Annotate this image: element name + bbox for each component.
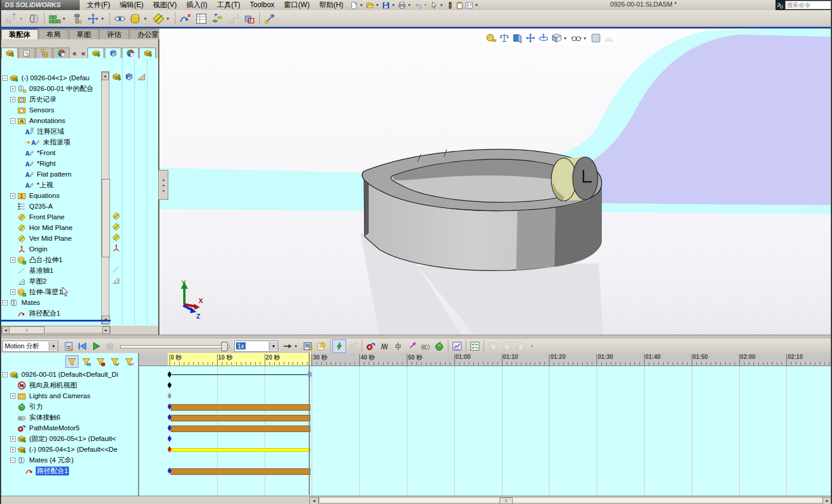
chevron-down-icon[interactable]: ▼ xyxy=(49,342,58,351)
bill-of-materials-button[interactable] xyxy=(193,11,209,26)
quick-print-button[interactable]: ▼ xyxy=(397,1,413,10)
damper-button[interactable] xyxy=(391,339,405,353)
tab-草图[interactable]: 草图 xyxy=(69,29,99,40)
dropdown-arrow-icon[interactable]: ▼ xyxy=(293,344,299,348)
quick-undo-button[interactable]: ▼ xyxy=(413,1,429,10)
menu-item-视图V[interactable]: 视图(V) xyxy=(148,0,181,10)
view-orientation-cube-button[interactable]: ▼ xyxy=(550,32,570,45)
tab-评估[interactable]: 评估 xyxy=(99,29,129,40)
linear-component-pattern-button[interactable]: ▼ xyxy=(46,11,69,26)
panel-tab-configurationmanager[interactable] xyxy=(36,48,52,59)
filter-selected-button[interactable] xyxy=(108,355,121,368)
tree-vertical-scrollbar[interactable]: ▲▼ xyxy=(101,71,109,325)
feature-tree-item[interactable]: +0926-00-01 中的配合 xyxy=(1,83,95,94)
feature-tree-item[interactable]: Ver Mid Plane xyxy=(1,233,73,244)
scroll-up-button[interactable]: ▲ xyxy=(102,72,109,80)
instant3d-button[interactable] xyxy=(262,11,278,26)
calculate-button[interactable] xyxy=(62,339,76,353)
expand-toggle[interactable]: + xyxy=(10,97,15,102)
feature-tree-item[interactable]: Hor Mid Plane xyxy=(1,222,74,233)
slider-thumb[interactable] xyxy=(221,342,228,351)
timeline-key-gray[interactable] xyxy=(168,393,172,399)
panel-tab-featuremanager-tree[interactable] xyxy=(1,48,18,59)
dropdown-arrow-icon[interactable]: ▼ xyxy=(99,17,106,21)
menu-item-工具T[interactable]: 工具(T) xyxy=(212,0,245,10)
dropdown-arrow-icon[interactable]: ▼ xyxy=(422,3,429,7)
timeline-ruler[interactable]: 0 秒10 秒20 秒30 秒40 秒50 秒01:0001:1001:2001… xyxy=(139,353,832,366)
flyout-tab-ball[interactable] xyxy=(122,48,139,59)
dropdown-arrow-icon[interactable]: ▼ xyxy=(142,17,149,21)
menu-item-文件F[interactable]: 文件(F) xyxy=(82,0,115,10)
appearances-ball-button[interactable] xyxy=(589,32,602,45)
dropdown-arrow-icon[interactable]: ▼ xyxy=(390,3,397,7)
expand-toggle[interactable]: + xyxy=(10,436,15,442)
quick-select-cursor-button[interactable]: ▼ xyxy=(429,1,445,10)
quick-new-document-button[interactable]: ▼ xyxy=(349,1,365,10)
timeline-duration-bar[interactable] xyxy=(171,415,310,421)
menu-item-Toolbox[interactable]: Toolbox xyxy=(245,0,279,10)
scroll-thumb[interactable] xyxy=(102,179,110,257)
feature-tree-item[interactable]: Front Plane xyxy=(1,212,65,222)
stop-button[interactable] xyxy=(103,339,117,353)
motion-tree-item[interactable]: −0926-00-01 (Default<Default_Di xyxy=(1,369,120,380)
motion-tree-item[interactable]: 引力 xyxy=(1,401,44,412)
spring-button[interactable] xyxy=(378,339,391,353)
feature-tree-item[interactable]: −AAnnotations xyxy=(1,115,67,126)
feature-tree-item[interactable]: +历史记录 xyxy=(1,94,58,105)
dropdown-arrow-button[interactable]: ▼ xyxy=(527,339,537,353)
expand-toggle[interactable]: − xyxy=(10,458,15,463)
motion-tree-item[interactable]: +(固定) 0926-05<1> (Default< xyxy=(1,433,117,444)
expand-toggle[interactable]: − xyxy=(2,75,8,81)
show-hidden-components-button[interactable] xyxy=(112,11,128,26)
dropdown-arrow-icon[interactable]: ▼ xyxy=(406,3,413,7)
mass-properties-button[interactable] xyxy=(498,32,511,45)
move-component-button[interactable]: ▼ xyxy=(85,11,108,26)
menu-item-帮助H[interactable]: 帮助(H) xyxy=(315,0,349,10)
expand-toggle[interactable]: − xyxy=(2,372,8,377)
panel-collapse-button[interactable]: « xyxy=(70,49,79,58)
feature-tree-item[interactable]: A*Right xyxy=(1,158,56,169)
quick-open-folder-button[interactable]: ▼ xyxy=(365,1,381,10)
motion-tree-item[interactable]: +Lights and Cameras xyxy=(1,390,92,401)
expand-toggle[interactable]: + xyxy=(10,289,15,295)
autokey-button[interactable] xyxy=(332,339,346,353)
graphics-viewport[interactable]: YXZ xyxy=(159,29,832,336)
scroll-right-button[interactable]: ► xyxy=(102,326,110,334)
copy-doc-button[interactable] xyxy=(500,339,513,353)
feature-tree-item[interactable]: +ΣEquations xyxy=(1,190,61,201)
search-input[interactable]: 搜索命令 xyxy=(785,1,831,10)
feature-tree-item[interactable]: A2D注释区域 xyxy=(1,126,65,137)
flyout-tab-assembly[interactable] xyxy=(87,48,104,59)
mate-button[interactable] xyxy=(26,11,42,26)
motion-tree-item[interactable]: PathMateMotor5 xyxy=(1,423,81,433)
scroll-thumb[interactable]: ⫴ xyxy=(9,326,45,334)
feature-tree-item[interactable]: 基准轴1 xyxy=(1,265,55,276)
rollback-bar[interactable] xyxy=(1,320,111,322)
quick-rebuild-traffic-light-button[interactable] xyxy=(445,1,455,10)
dropdown-arrow-icon[interactable]: ▼ xyxy=(374,3,381,7)
smart-fasteners-button[interactable] xyxy=(69,11,85,26)
tree-horizontal-scrollbar[interactable]: ◄⫴► xyxy=(1,326,111,333)
expand-toggle[interactable]: + xyxy=(10,193,15,199)
menu-item-窗口W[interactable]: 窗口(W) xyxy=(279,0,314,10)
assembly-features-button[interactable]: ▼ xyxy=(128,11,150,26)
feature-tree-item[interactable]: 路径配合1 xyxy=(1,308,61,319)
timeline-scrollbar-track[interactable] xyxy=(319,497,828,503)
dropdown-arrow-icon[interactable]: ▼ xyxy=(582,36,588,40)
playback-speed-combo[interactable]: 1x▼ xyxy=(234,341,278,352)
feature-tree-item[interactable]: AFlat pattern xyxy=(1,169,73,179)
dropdown-arrow-icon[interactable]: ▼ xyxy=(473,3,480,7)
feature-tree-item[interactable]: A*Front xyxy=(1,147,56,158)
tab-布局[interactable]: 布局 xyxy=(39,29,68,40)
motion-tree-item[interactable]: 路径配合1 xyxy=(1,465,69,476)
copy-doc-button[interactable] xyxy=(513,339,527,353)
menu-item-插入I[interactable]: 插入(I) xyxy=(181,0,212,10)
feature-tree-item[interactable]: Origin xyxy=(1,244,49,254)
insert-component-button[interactable]: ▼ xyxy=(4,11,26,26)
rotate-view-button[interactable] xyxy=(537,32,550,45)
panel-tab-propertymanager[interactable] xyxy=(18,48,35,59)
quick-save-button[interactable]: ▼ xyxy=(381,1,397,10)
motion-tree-item[interactable]: 实体接触6 xyxy=(1,412,61,423)
filter-animated-button[interactable] xyxy=(80,355,93,368)
feature-tree-item[interactable]: −Mates xyxy=(1,297,41,308)
